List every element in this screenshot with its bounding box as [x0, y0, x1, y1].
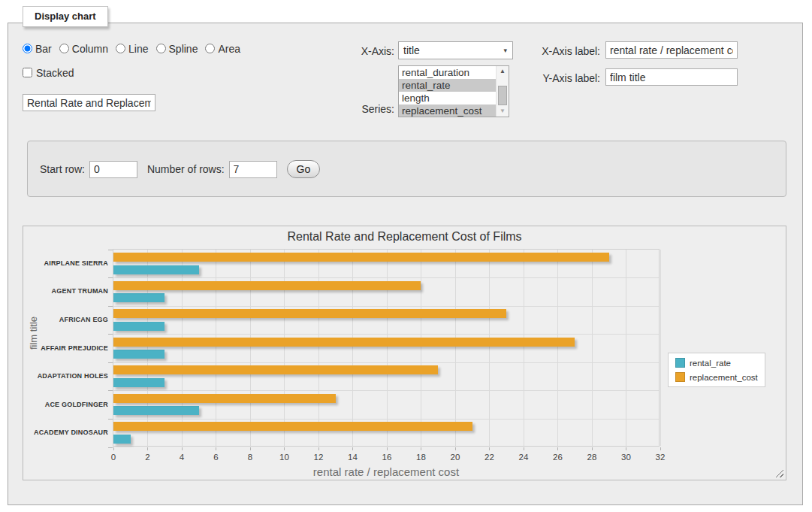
series-option-rental_duration[interactable]: rental_duration — [399, 66, 496, 79]
gridline-y — [113, 419, 659, 420]
number-of-rows-label: Number of rows: — [147, 163, 225, 175]
x-tick-label: 18 — [410, 453, 433, 462]
series-select-label: Series: — [315, 103, 394, 115]
x-tick-mark — [250, 447, 251, 450]
chart-legend: rental_ratereplacement_cost — [668, 353, 765, 387]
y-category-label: AFFAIR PREJUDICE — [26, 344, 108, 352]
y-category-label: ADAPTATION HOLES — [26, 372, 108, 380]
y-tick-mark — [108, 306, 113, 307]
x-tick-label: 12 — [307, 453, 330, 462]
x-tick-mark — [182, 447, 183, 450]
bar-replacement_cost — [113, 422, 472, 431]
go-button[interactable]: Go — [287, 160, 321, 178]
y-tick-mark — [108, 419, 113, 420]
chart-title-input[interactable] — [23, 94, 155, 111]
chart-type-radio-bar[interactable] — [23, 44, 32, 53]
x-tick-label: 0 — [102, 453, 125, 462]
series-option-length[interactable]: length — [399, 92, 496, 105]
gridline-x — [524, 250, 524, 446]
chart-type-option-area[interactable]: Area — [205, 43, 240, 55]
gridline-x — [318, 250, 319, 446]
bar-rental_rate — [113, 293, 165, 302]
gridline-y — [113, 277, 659, 278]
x-tick-mark — [626, 447, 626, 450]
chart-type-radio-spline[interactable] — [156, 44, 166, 53]
x-tick-label: 14 — [342, 453, 364, 462]
bar-rental_rate — [113, 378, 165, 387]
x-tick-mark — [455, 447, 456, 450]
y-category-label: ACADEMY DINOSAUR — [26, 429, 108, 436]
bar-replacement_cost — [113, 365, 438, 374]
chart-type-option-line[interactable]: Line — [116, 43, 148, 55]
x-tick-label: 26 — [547, 453, 569, 462]
bar-rental_rate — [113, 265, 199, 274]
legend-entry-rental_rate: rental_rate — [675, 358, 758, 368]
stacked-option[interactable]: Stacked — [23, 66, 74, 79]
gridline-y — [113, 390, 659, 391]
rows-panel: Start row: Number of rows: Go — [27, 141, 786, 197]
chart-type-radio-area[interactable] — [205, 44, 215, 53]
resize-grip-icon[interactable] — [775, 469, 783, 477]
start-row-label: Start row: — [40, 163, 85, 175]
rows-form: Start row: Number of rows: Go — [40, 159, 320, 179]
bar-replacement_cost — [113, 309, 506, 318]
chart-type-label: Area — [218, 43, 240, 55]
x-tick-label: 22 — [478, 453, 501, 462]
y-tick-mark — [108, 362, 113, 363]
bar-replacement_cost — [113, 394, 336, 403]
x-tick-label: 4 — [171, 453, 193, 462]
plot-area: 02468101214161820222426283032AIRPLANE SI… — [113, 249, 660, 447]
x-tick-mark — [318, 447, 319, 450]
chart-type-radio-line[interactable] — [116, 44, 125, 53]
chart-type-option-column[interactable]: Column — [59, 43, 108, 55]
y-axis-label-input[interactable] — [605, 68, 738, 86]
x-tick-mark — [113, 447, 114, 450]
gridline-y — [113, 362, 659, 363]
gridline-x — [660, 250, 661, 446]
x-tick-mark — [524, 447, 524, 450]
y-category-label: AGENT TRUMAN — [26, 287, 108, 295]
series-option-rental_rate[interactable]: rental_rate — [399, 79, 496, 92]
x-axis-label-input[interactable] — [605, 41, 738, 59]
x-tick-mark — [284, 447, 285, 450]
gridline-x — [557, 250, 558, 446]
bar-rental_rate — [113, 406, 199, 415]
start-row-input[interactable] — [89, 161, 137, 178]
number-of-rows-input[interactable] — [229, 161, 277, 178]
gridline-y — [113, 334, 659, 335]
stacked-checkbox[interactable] — [23, 68, 32, 77]
x-axis-title: rental rate / replacement cost — [113, 465, 660, 478]
x-tick-mark — [660, 447, 661, 450]
gridline-x — [387, 250, 388, 446]
series-option-replacement_cost[interactable]: replacement_cost — [399, 105, 496, 117]
stacked-label: Stacked — [36, 67, 74, 79]
y-tick-mark — [108, 334, 113, 335]
x-tick-label: 28 — [581, 453, 603, 462]
scroll-down-icon[interactable]: ▼ — [497, 106, 509, 117]
gridline-y — [113, 306, 659, 307]
chart-type-label: Bar — [35, 43, 52, 55]
x-tick-mark — [592, 447, 593, 450]
chart-type-radio-column[interactable] — [59, 44, 69, 53]
y-tick-mark — [108, 277, 113, 278]
x-tick-label: 2 — [137, 453, 159, 462]
bar-replacement_cost — [113, 338, 575, 347]
legend-entry-replacement_cost: replacement_cost — [675, 372, 758, 382]
x-tick-mark — [421, 447, 421, 450]
x-tick-mark — [557, 447, 558, 450]
gridline-x — [455, 250, 456, 446]
bar-replacement_cost — [113, 281, 421, 290]
gridline-x — [250, 250, 251, 446]
series-options-list: rental_durationrental_ratelengthreplacem… — [399, 66, 496, 117]
scrollbar-thumb[interactable] — [498, 86, 507, 105]
x-tick-label: 10 — [273, 453, 296, 462]
legend-label: rental_rate — [690, 359, 731, 368]
x-tick-label: 8 — [239, 453, 261, 462]
chart-title: Rental Rate and Replacement Cost of Film… — [23, 230, 786, 244]
chart-type-option-bar[interactable]: Bar — [23, 43, 52, 55]
bar-rental_rate — [113, 322, 165, 331]
x-tick-label: 32 — [649, 453, 672, 462]
x-tick-label: 6 — [205, 453, 228, 462]
gridline-x — [626, 250, 626, 446]
chart-type-option-spline[interactable]: Spline — [156, 43, 198, 55]
